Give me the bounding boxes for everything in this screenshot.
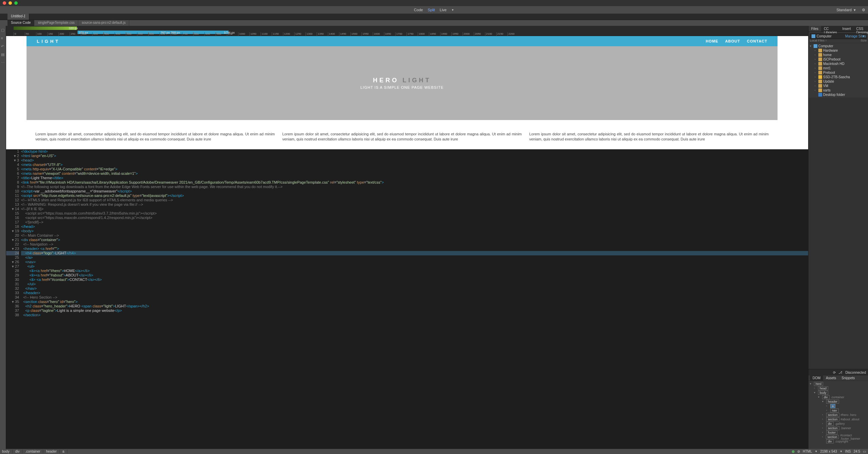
error-indicator-icon[interactable]: ⊘ xyxy=(797,450,800,453)
status-insert-mode[interactable]: INS xyxy=(845,450,851,453)
file-manage-icon[interactable]: ▢ xyxy=(1,28,5,32)
split-icon[interactable]: ≡ xyxy=(1,36,5,40)
panel-spacer xyxy=(808,98,868,369)
file-tree-item[interactable]: ›SSD-2TB-Sascha xyxy=(808,75,868,79)
breadcrumb-header[interactable]: header xyxy=(46,450,60,453)
file-tree-item[interactable]: ▾Computer xyxy=(808,44,868,48)
chevron-down-icon: ▼ xyxy=(840,450,842,453)
preview-nav-home[interactable]: HOME xyxy=(706,39,718,43)
preview-nav-about[interactable]: ABOUT xyxy=(725,39,740,43)
dom-tree-item[interactable]: ▾body xyxy=(808,390,868,395)
preview-header: LIGHT HOME ABOUT CONTACT xyxy=(27,36,778,46)
hero-heading-dark: HERO xyxy=(373,77,399,84)
dom-tree-item[interactable]: ▾header xyxy=(808,399,868,404)
dom-tab[interactable]: DOM xyxy=(810,375,823,381)
files-header: Local Files ↑ Size xyxy=(808,38,868,43)
hero-heading-light: LIGHT xyxy=(403,77,431,84)
file-tree-item[interactable]: ›home xyxy=(808,53,868,57)
more-icon[interactable]: ⋯ xyxy=(1,61,5,65)
file-tree-item[interactable]: Desktop folder xyxy=(808,93,868,97)
related-file-css[interactable]: singlePageTemplate.css xyxy=(34,20,78,26)
dom-tree-item[interactable]: ›a xyxy=(808,404,868,408)
dom-tree-item[interactable]: ›div.gallery xyxy=(808,421,868,426)
dom-tree-item[interactable]: ›section#hero .hero xyxy=(808,413,868,417)
related-file-source[interactable]: Source Code xyxy=(7,20,34,26)
dom-panel-group: ⟳ ⎇ Disconnected DOM Assets Snippets ▾ht… xyxy=(808,369,868,449)
preview-in-browser-icon[interactable]: ▭ xyxy=(863,450,866,453)
files-panel: Files CC Libraries Insert CSS Designer C… xyxy=(808,26,868,98)
maximize-window-icon[interactable] xyxy=(14,1,18,5)
left-tool-rail: ▢ ≡ ↶ ▤ ⋯ xyxy=(0,26,6,449)
refresh-icon[interactable]: ⟳ xyxy=(833,371,836,374)
breadcrumb-container[interactable]: .container xyxy=(25,450,43,453)
chevron-down-icon: ▼ xyxy=(815,450,818,453)
file-tree-item[interactable]: ›Macintosh HD xyxy=(808,62,868,66)
view-mode-code[interactable]: Code xyxy=(414,8,423,12)
preview-col-2: Lorem ipsum dolor sit amet, consectetur … xyxy=(282,132,522,142)
preview-nav-contact[interactable]: CONTACT xyxy=(747,39,767,43)
file-tree-item[interactable]: ›Update xyxy=(808,79,868,84)
code-gutter: 1▾ 2▾ 3 4 5 6 7 8 9 10 11 12 13▾ 14 15 1… xyxy=(6,149,21,449)
code-content[interactable]: <!doctype html><html lang="en-US"><head>… xyxy=(21,149,808,449)
git-status: Disconnected xyxy=(845,371,866,374)
file-tree-item[interactable]: ›iSCPreboot xyxy=(808,57,868,62)
preview-logo[interactable]: LIGHT xyxy=(37,39,60,44)
snippets-tab[interactable]: Snippets xyxy=(839,375,857,381)
git-status-row: ⟳ ⎇ Disconnected xyxy=(808,369,868,375)
workspace-dropdown[interactable]: Standard ▾ xyxy=(834,7,858,13)
status-viewport-size: 2198 x 543 xyxy=(820,450,837,453)
app-toolbar: Code Split Live ▼ Standard ▾ ⚙ xyxy=(0,6,868,14)
sync-settings-icon[interactable]: ⚙ xyxy=(862,8,865,12)
dom-tree: ▾html›head▾body▾div.container▾header›a›n… xyxy=(808,381,868,444)
live-preview-pane[interactable]: LIGHT HOME ABOUT CONTACT HERO LIGHT LIGH… xyxy=(6,36,808,149)
git-icon[interactable]: ⎇ xyxy=(838,371,842,374)
dom-tree-item[interactable]: ›head xyxy=(808,386,868,390)
media-range-small[interactable] xyxy=(14,27,77,30)
assets-tab[interactable]: Assets xyxy=(823,375,839,381)
computer-icon xyxy=(812,34,815,38)
insert-tab[interactable]: Insert xyxy=(839,26,853,32)
code-editor[interactable]: 1▾ 2▾ 3 4 5 6 7 8 9 10 11 12 13▾ 14 15 1… xyxy=(6,149,808,449)
css-designer-tab[interactable]: CSS Designer xyxy=(853,26,868,32)
related-file-js[interactable]: source-sans-pro:n2:default.js xyxy=(78,20,129,26)
dom-panel-tabs: DOM Assets Snippets xyxy=(808,375,868,381)
files-col-size[interactable]: Size xyxy=(861,39,867,42)
file-tree-item[interactable]: ›xarts xyxy=(808,88,868,93)
format-icon[interactable]: ▤ xyxy=(1,52,5,56)
media-query-bar[interactable]: 320 px 321 px 767 px 768 px 1096 px 0501… xyxy=(6,26,808,36)
files-tab[interactable]: Files xyxy=(808,26,821,32)
breadcrumb-div[interactable]: div xyxy=(15,450,23,453)
site-dropdown-label: Computer xyxy=(817,34,832,38)
related-files-bar: Source Code singlePageTemplate.css sourc… xyxy=(0,20,868,26)
status-lang[interactable]: HTML xyxy=(803,450,812,453)
undo-icon[interactable]: ↶ xyxy=(1,44,5,48)
dom-tree-item[interactable]: ›section#about .about xyxy=(808,417,868,421)
file-tree-item[interactable]: ›Preboot xyxy=(808,70,868,75)
preview-hero: HERO LIGHT LIGHT IS A SIMPLE ONE PAGE WE… xyxy=(27,46,778,120)
view-mode-live[interactable]: Live xyxy=(440,8,447,12)
window-traffic-lights xyxy=(3,1,18,5)
breadcrumb-a[interactable]: a xyxy=(63,450,68,453)
document-tab-bar: Untitled-1 xyxy=(0,14,868,20)
file-tree-item[interactable]: ›VM xyxy=(808,84,868,88)
preview-col-1: Lorem ipsum dolor sit amet, consectetur … xyxy=(35,132,275,142)
cc-libraries-tab[interactable]: CC Libraries xyxy=(821,26,839,32)
status-cursor-pos: 24:5 xyxy=(854,450,860,453)
view-mode-dropdown-icon[interactable]: ▼ xyxy=(451,9,454,12)
dom-tree-item[interactable]: ▾div.container xyxy=(808,395,868,399)
files-panel-tabs: Files CC Libraries Insert CSS Designer xyxy=(808,26,868,32)
minimize-window-icon[interactable] xyxy=(9,1,12,5)
breadcrumb-body[interactable]: body xyxy=(2,450,13,453)
right-panel-group: Files CC Libraries Insert CSS Designer C… xyxy=(808,26,868,449)
dom-tree-item[interactable]: ›section#contact .footer_banner xyxy=(808,435,868,439)
files-col-name[interactable]: Local Files ↑ xyxy=(810,39,861,42)
document-tab[interactable]: Untitled-1 xyxy=(7,14,29,20)
dom-tree-item[interactable]: ›nav xyxy=(808,408,868,413)
file-tree-item[interactable]: ›Hardware xyxy=(808,48,868,53)
view-mode-split[interactable]: Split xyxy=(428,8,435,12)
dom-tree-item[interactable]: ›section.banner xyxy=(808,426,868,430)
preview-columns: Lorem ipsum dolor sit amet, consectetur … xyxy=(27,120,778,142)
file-tree-item[interactable]: ›mnt1 xyxy=(808,66,868,70)
close-window-icon[interactable] xyxy=(3,1,6,5)
dom-tree-item[interactable]: ▾html xyxy=(808,382,868,386)
